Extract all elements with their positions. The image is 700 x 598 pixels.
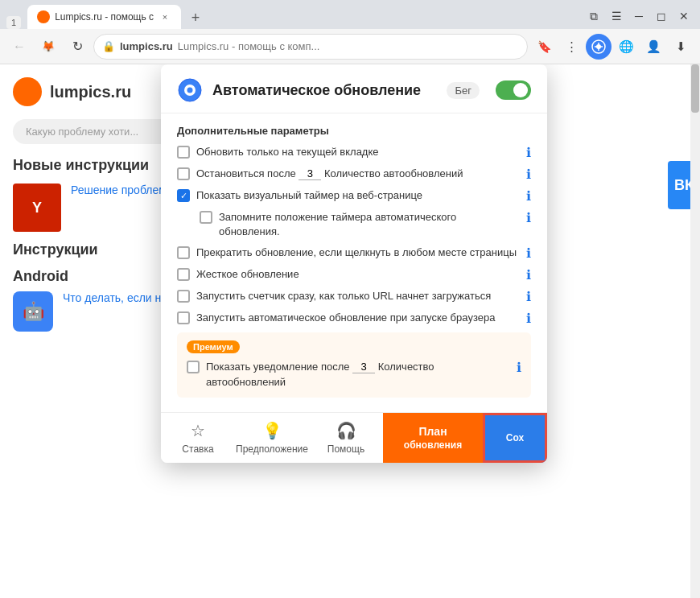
stavka-label: Ставка [182, 443, 213, 455]
option3-label: Показать визуальный таймер на веб-страни… [196, 188, 517, 203]
premium-help-icon[interactable]: ℹ [517, 360, 521, 375]
option-row-6: Запустить счетчик сразу, как только URL … [177, 289, 531, 304]
site-logo [13, 77, 42, 106]
popup-header: Автоматическое обновление Бег [161, 64, 547, 113]
nav-bar: ← 🦊 ↻ 🔒 lumpics.ru Lumpics.ru - помощь с… [0, 29, 700, 64]
android-image: 🤖 [13, 291, 53, 332]
premium-section: Премиум Показать уведомление после Колич… [177, 332, 531, 397]
close-window-icon[interactable]: ✕ [674, 6, 694, 26]
option-row-3: Показать визуальный таймер на веб-страни… [177, 188, 531, 204]
option1-label: Обновить только на текущей вкладке [196, 145, 517, 159]
option2-input[interactable] [299, 167, 321, 180]
minimize-icon[interactable]: ─ [629, 6, 649, 26]
option3-help-icon[interactable]: ℹ [526, 188, 531, 204]
option-row-3a: Запомните положение таймера автоматическ… [200, 210, 531, 239]
option6-label: Запустить счетчик сразу, как только URL … [196, 289, 517, 303]
plan-subtitle: обновления [404, 439, 462, 451]
yandex-home-button[interactable]: 🦊 [35, 34, 61, 60]
lock-icon: 🔒 [102, 40, 115, 52]
pomoshch-icon: 🎧 [336, 421, 356, 440]
scrollbar-thumb[interactable] [691, 64, 699, 113]
option-row-1: Обновить только на текущей вкладке ℹ [177, 145, 531, 160]
option4-label: Прекратить обновление, если щелкнуть в л… [196, 245, 517, 260]
option3a-help-icon[interactable]: ℹ [526, 210, 531, 225]
premium-badge: Премиум [187, 340, 240, 353]
restore-icon[interactable]: ◻ [652, 6, 671, 26]
active-tab[interactable]: Lumpics.ru - помощь с × [27, 5, 181, 29]
tab-bar: 1 Lumpics.ru - помощь с × + ⧉ ☰ ─ ◻ ✕ [0, 0, 700, 29]
option4-help-icon[interactable]: ℹ [526, 245, 531, 261]
option-row-2: Остановиться после Количество автообновл… [177, 167, 531, 182]
premium-input[interactable] [352, 361, 375, 373]
bookmark-button[interactable]: 🔖 [531, 34, 557, 60]
option3-checkbox[interactable] [177, 189, 190, 202]
option4-checkbox[interactable] [177, 246, 190, 259]
popup-footer: ☆ Ставка 💡 Предположение 🎧 Помощь План о… [161, 412, 547, 463]
stavka-button[interactable]: ☆ Ставка [161, 413, 235, 463]
extension-active-button[interactable] [586, 34, 611, 60]
tab-favicon [37, 10, 50, 23]
section-title: Дополнительные параметры [177, 125, 531, 137]
stavka-icon: ☆ [191, 421, 205, 440]
svg-point-4 [187, 88, 193, 93]
back-button[interactable]: ← [6, 34, 32, 60]
popup-body: Дополнительные параметры Обновить только… [161, 113, 547, 412]
refresh-button[interactable]: ↻ [64, 34, 90, 60]
premium-option-row: Показать уведомление после Количество ав… [187, 360, 521, 389]
page-content: lumpics.ru Какую проблему хоти... Новые … [0, 64, 700, 598]
option1-checkbox[interactable] [177, 146, 190, 159]
menu-icon[interactable]: ☰ [607, 6, 626, 26]
option-row-7: Запустить автоматическое обновление при … [177, 311, 531, 326]
option7-checkbox[interactable] [177, 311, 190, 324]
popup-title: Автоматическое обновление [212, 82, 437, 99]
save-label: Сох [506, 432, 524, 443]
option5-label: Жесткое обновление [196, 267, 517, 282]
option2-help-icon[interactable]: ℹ [526, 167, 531, 182]
option3a-checkbox[interactable] [200, 211, 212, 224]
option1-help-icon[interactable]: ℹ [526, 145, 531, 160]
premium-label: Показать уведомление после Количество ав… [206, 360, 507, 389]
browser-frame: 1 Lumpics.ru - помощь с × + ⧉ ☰ ─ ◻ ✕ ← … [0, 0, 700, 598]
profile-button[interactable]: 👤 [640, 34, 666, 60]
option5-help-icon[interactable]: ℹ [526, 267, 531, 283]
save-button[interactable]: Сох [483, 413, 547, 463]
tab-controls: ⧉ ☰ ─ ◻ ✕ [584, 6, 694, 29]
tab-title: Lumpics.ru - помощь с [55, 11, 154, 23]
new-tab-button[interactable]: + [184, 6, 207, 29]
tab-number: 1 [6, 16, 21, 29]
pomoshch-button[interactable]: 🎧 Помощь [309, 413, 383, 463]
predpolozheniye-icon: 💡 [262, 421, 282, 440]
option6-checkbox[interactable] [177, 290, 190, 303]
domain-label: lumpics.ru [120, 40, 173, 52]
option7-label: Запустить автоматическое обновление при … [196, 311, 517, 325]
extension-popup: Автоматическое обновление Бег Дополнител… [161, 64, 547, 463]
option7-help-icon[interactable]: ℹ [526, 311, 531, 326]
option-row-4: Прекратить обновление, если щелкнуть в л… [177, 245, 531, 261]
address-url: Lumpics.ru - помощь с комп... [178, 40, 320, 52]
popup-extension-icon [177, 77, 203, 103]
svg-point-1 [596, 44, 601, 49]
option2-checkbox[interactable] [177, 167, 190, 180]
page-scrollbar[interactable] [690, 64, 700, 598]
more-menu-button[interactable]: ⋮ [558, 34, 584, 60]
world-icon-button[interactable]: 🌐 [613, 34, 639, 60]
article1-image: Y [13, 184, 61, 232]
option2-label: Остановиться после Количество автообновл… [196, 167, 517, 181]
popup-toggle[interactable] [496, 80, 531, 100]
option6-help-icon[interactable]: ℹ [526, 289, 531, 304]
option5-checkbox[interactable] [177, 268, 190, 281]
bookmark-tabs-icon[interactable]: ⧉ [584, 6, 603, 26]
plan-title: План [418, 425, 447, 438]
predpolozheniye-label: Предположение [236, 443, 308, 455]
option3a-label: Запомните положение таймера автоматическ… [219, 210, 517, 239]
popup-status-badge: Бег [447, 82, 480, 99]
option-row-5: Жесткое обновление ℹ [177, 267, 531, 283]
address-bar[interactable]: 🔒 lumpics.ru Lumpics.ru - помощь с комп.… [93, 34, 528, 60]
tab-close-button[interactable]: × [159, 10, 171, 23]
plan-upgrade-button[interactable]: План обновления [383, 413, 483, 463]
download-button[interactable]: ⬇ [668, 34, 694, 60]
pomoshch-label: Помощь [327, 443, 364, 455]
predpolozheniye-button[interactable]: 💡 Предположение [235, 413, 309, 463]
site-logo-text: lumpics.ru [50, 83, 131, 101]
premium-checkbox[interactable] [187, 361, 200, 373]
